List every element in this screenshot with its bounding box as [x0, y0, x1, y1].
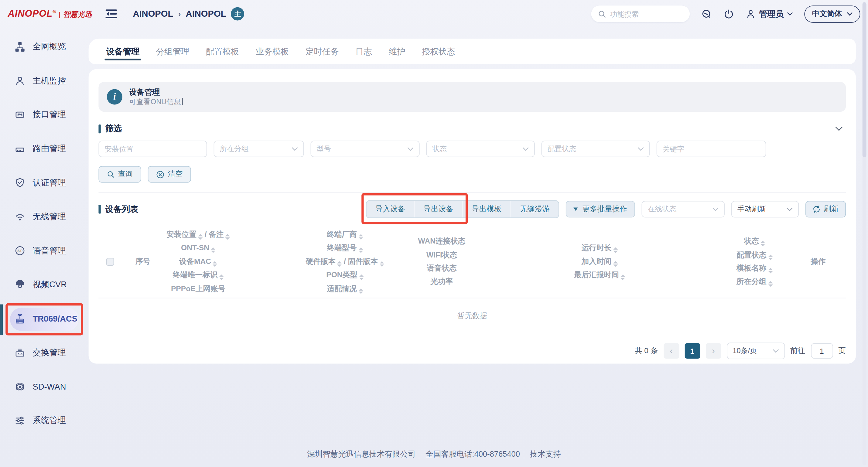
sidebar-item-host-monitor[interactable]: 主机监控: [0, 64, 89, 98]
tab-device-mgmt[interactable]: 设备管理: [106, 39, 140, 64]
menu-collapse-icon[interactable]: [105, 9, 117, 19]
tab-logs[interactable]: 日志: [355, 39, 372, 64]
export-devices-button[interactable]: 导出设备: [414, 201, 463, 218]
sidebar-item-routing[interactable]: 路由管理: [0, 132, 89, 166]
filter-collapse-chevron-icon[interactable]: [835, 126, 842, 131]
status-select[interactable]: 状态: [426, 141, 534, 157]
footer-support-link[interactable]: 技术支持: [530, 449, 561, 459]
sort-carets-icon[interactable]: [211, 247, 215, 253]
tab-maintenance[interactable]: 维护: [389, 39, 405, 64]
sort-carets-icon[interactable]: [613, 247, 618, 253]
sort-carets-icon[interactable]: [225, 234, 230, 240]
prev-page-button[interactable]: ‹: [663, 343, 679, 359]
refresh-mode-select[interactable]: 手动刷新: [731, 201, 799, 218]
search-input[interactable]: [610, 10, 683, 18]
tab-scheduled-tasks[interactable]: 定时任务: [306, 39, 339, 64]
sort-carets-icon[interactable]: [219, 275, 224, 280]
sidebar-item-video-cvr[interactable]: 视频CVR: [0, 268, 89, 302]
sidebar-item-tr069-acs[interactable]: TR069/ACS: [0, 302, 89, 336]
sort-carets-icon[interactable]: [359, 234, 363, 240]
sidebar-item-auth[interactable]: 认证管理: [0, 166, 89, 200]
import-devices-button[interactable]: 导入设备: [367, 201, 415, 218]
config-status-select[interactable]: 配置状态: [541, 141, 650, 157]
sort-carets-icon[interactable]: [359, 275, 364, 280]
sort-carets-icon[interactable]: [768, 254, 773, 260]
sort-header[interactable]: 硬件版本: [306, 257, 336, 266]
refresh-button[interactable]: 刷新: [805, 201, 846, 218]
banner-title: 设备管理: [129, 88, 183, 97]
tab-service-template[interactable]: 业务模板: [256, 39, 289, 64]
sort-carets-icon[interactable]: [768, 281, 773, 287]
sidebar-item-sd-wan[interactable]: SD-WAN: [0, 370, 89, 404]
more-batch-actions-button[interactable]: 更多批量操作: [566, 201, 635, 218]
goto-page-input[interactable]: [811, 343, 833, 359]
scrollbar-thumb[interactable]: [863, 2, 866, 157]
clear-button[interactable]: 清空: [148, 166, 191, 183]
language-switcher[interactable]: 中文简体: [804, 5, 860, 23]
sidebar-item-wireless[interactable]: 无线管理: [0, 200, 89, 234]
ethernet-port-icon: [14, 109, 25, 120]
sidebar-item-overview[interactable]: 全网概览: [0, 30, 89, 64]
sidebar-item-voice[interactable]: SIP 语音管理: [0, 234, 89, 268]
install-location-input[interactable]: [104, 145, 201, 153]
sort-carets-icon[interactable]: [761, 241, 765, 246]
sort-carets-icon[interactable]: [380, 261, 384, 267]
group-select[interactable]: 所在分组: [214, 141, 304, 157]
sort-header[interactable]: 所在分组: [737, 278, 766, 286]
user-menu[interactable]: 管理员: [746, 8, 793, 19]
sort-header[interactable]: 备注: [209, 230, 223, 238]
sort-header[interactable]: ONT-SN: [181, 244, 209, 252]
breadcrumb-current[interactable]: AINOPOL: [186, 9, 226, 19]
sort-header[interactable]: 最后汇报时间: [574, 271, 619, 279]
seamless-roaming-button[interactable]: 无缝漫游: [511, 201, 559, 218]
sort-header[interactable]: 终端唯一标识: [173, 271, 218, 279]
power-logout-icon[interactable]: [723, 8, 734, 19]
next-page-button[interactable]: ›: [706, 343, 721, 359]
select-all-checkbox[interactable]: [106, 258, 114, 266]
tab-label: 设备管理: [106, 46, 140, 57]
online-status-select[interactable]: 在线状态: [642, 201, 725, 218]
sort-header[interactable]: 设备MAC: [179, 257, 211, 266]
sort-carets-icon[interactable]: [613, 261, 618, 267]
main-node-badge[interactable]: 主: [231, 7, 245, 21]
sort-header[interactable]: 模板名称: [737, 264, 766, 272]
sort-header[interactable]: PON类型: [326, 271, 358, 279]
sort-header[interactable]: 运行时长: [582, 244, 611, 252]
tab-license-status[interactable]: 授权状态: [422, 39, 455, 64]
tab-config-template[interactable]: 配置模板: [206, 39, 239, 64]
query-button[interactable]: 查询: [98, 166, 141, 183]
sort-header[interactable]: 配置状态: [737, 250, 766, 259]
keyword-field[interactable]: [657, 141, 766, 157]
global-search[interactable]: [591, 5, 690, 22]
chevron-down-icon: [847, 12, 852, 16]
sort-carets-icon[interactable]: [768, 268, 773, 273]
select-placeholder: 所在分组: [220, 144, 249, 154]
export-template-button[interactable]: 导出模板: [463, 201, 511, 218]
current-page-button[interactable]: 1: [685, 343, 700, 359]
sort-header[interactable]: 安装位置: [166, 230, 196, 238]
keyword-input[interactable]: [663, 145, 760, 153]
sort-carets-icon[interactable]: [337, 261, 342, 267]
install-location-field[interactable]: [98, 141, 207, 157]
sort-carets-icon[interactable]: [213, 261, 217, 267]
sort-header[interactable]: 终端型号: [327, 244, 356, 252]
sidebar-item-label: 路由管理: [33, 144, 66, 154]
sort-carets-icon[interactable]: [359, 288, 363, 293]
sort-header[interactable]: 终端厂商: [327, 230, 356, 238]
page-size-select[interactable]: 10条/页: [726, 343, 784, 359]
tab-group-mgmt[interactable]: 分组管理: [156, 39, 189, 64]
sort-header[interactable]: 状态: [744, 237, 759, 245]
sort-header[interactable]: 加入时间: [582, 257, 611, 266]
sidebar-item-switching[interactable]: 交换管理: [0, 336, 89, 370]
sort-carets-icon[interactable]: [620, 275, 625, 280]
sort-header[interactable]: 固件版本: [348, 257, 378, 266]
sidebar-item-interface[interactable]: 接口管理: [0, 98, 89, 132]
breadcrumb-root[interactable]: AINOPOL: [133, 9, 173, 19]
sort-carets-icon[interactable]: [359, 247, 363, 253]
health-check-icon[interactable]: [701, 8, 712, 19]
sidebar-item-system[interactable]: 系统管理: [0, 404, 89, 438]
sort-carets-icon[interactable]: [198, 234, 203, 240]
tab-label: 配置模板: [206, 46, 239, 57]
sort-header[interactable]: 适配情况: [327, 284, 356, 292]
model-select[interactable]: 型号: [311, 141, 420, 157]
